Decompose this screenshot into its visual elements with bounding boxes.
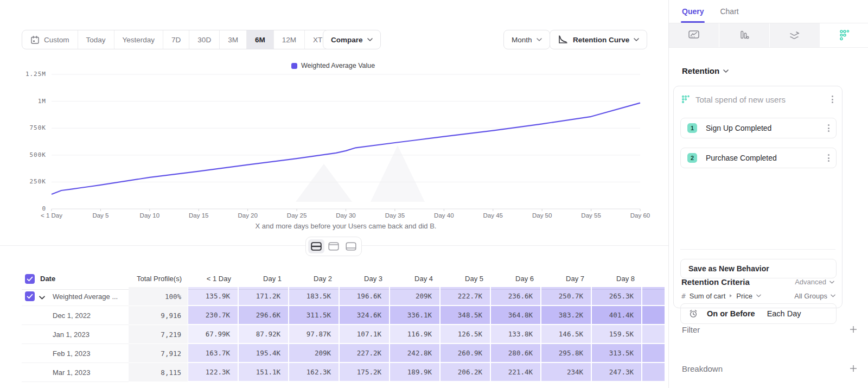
retention-value-cell: 209K (390, 287, 441, 306)
table-row-label: Mar 1, 2023 (22, 363, 129, 382)
retention-value-cell-partial (642, 306, 665, 325)
x-tick-label: Day 15 (189, 212, 208, 219)
layout-chart-view-button[interactable] (326, 239, 342, 253)
retention-value-cell: 171.2K (239, 287, 289, 306)
retention-value-cell-partial (642, 363, 665, 382)
tab-chart[interactable]: Chart (720, 0, 738, 23)
measure-dropdown[interactable]: Sum of cart (690, 292, 725, 300)
chevron-down-icon (723, 69, 729, 73)
query-sidebar: Query Chart Retention Total spen (668, 0, 868, 388)
chevron-down-icon (831, 294, 835, 297)
step-label: Sign Up Completed (706, 124, 826, 132)
report-type-tabs (669, 23, 868, 48)
table-header--1-day: < 1 Day (188, 268, 239, 290)
retention-value-cell: 236.6K (491, 287, 541, 306)
layout-table-view-button[interactable] (343, 239, 359, 253)
breakdown-section: Breakdown (682, 362, 857, 375)
behavior-header[interactable]: Total spend of new users (681, 93, 835, 106)
retention-value-cell: 250.7K (541, 287, 592, 306)
x-tick-label: Day 60 (630, 212, 650, 219)
total-profiles-cell: 9,916 (129, 306, 188, 325)
retention-value-cell: 324.6K (340, 306, 390, 325)
row-checkbox[interactable] (25, 291, 35, 301)
table-header-total-profile-s-: Total Profile(s) (129, 268, 188, 290)
select-all-checkbox[interactable] (25, 274, 35, 284)
retention-value-cell-partial (642, 325, 665, 344)
y-tick-label: 250K (14, 178, 46, 185)
save-as-new-behavior-button[interactable]: Save as New Behavior (680, 259, 837, 278)
table-row-label: Jan 1, 2023 (22, 325, 129, 344)
criteria-when-row[interactable]: On or Before Each Day (680, 303, 837, 324)
retention-value-cell: 401.4K (592, 306, 642, 325)
table-header-day-6: Day 6 (491, 268, 541, 290)
retention-value-cell: 107.1K (340, 325, 390, 344)
retention-value-cell: 183.5K (289, 287, 340, 306)
retention-value-cell: 230.7K (188, 306, 239, 325)
retention-value-cell: 67.99K (188, 325, 239, 344)
table-header-day-8: Day 8 (592, 268, 642, 290)
x-tick-label: Day 45 (483, 212, 503, 219)
retention-value-cell: 209K (289, 344, 340, 363)
retention-value-cell: 260.9K (441, 344, 491, 363)
table-row-label: Dec 1, 2022 (22, 306, 129, 325)
step-number-badge: 2 (687, 153, 697, 163)
report-section-title[interactable]: Retention (682, 66, 729, 75)
retention-value-cell: 348.5K (441, 306, 491, 325)
total-profiles-cell: 7,219 (129, 325, 188, 344)
retention-icon[interactable] (820, 23, 868, 47)
step-purchase-completed[interactable]: 2 Purchase Completed (680, 148, 837, 168)
retention-value-cell-partial (642, 344, 665, 363)
retention-value-cell: 364.8K (491, 306, 541, 325)
step-menu-button[interactable] (826, 122, 832, 134)
criteria-mode-dropdown[interactable]: Advanced (795, 278, 834, 286)
retention-value-cell: 163.7K (188, 344, 239, 363)
breadcrumb-arrow-icon (729, 294, 732, 298)
add-breakdown-button[interactable] (850, 365, 857, 372)
retention-value-cell: 159.5K (592, 325, 642, 344)
retention-table: DateTotal Profile(s)< 1 DayDay 1Day 2Day… (22, 268, 665, 382)
total-profiles-cell: 7,912 (129, 344, 188, 363)
measure-property-dropdown[interactable]: Price (736, 292, 752, 300)
retention-value-cell: 221.4K (491, 363, 541, 382)
table-header-day-4: Day 4 (390, 268, 441, 290)
retention-value-cell: 175.2K (340, 363, 390, 382)
check-icon (27, 294, 33, 299)
retention-value-cell: 227.2K (340, 344, 390, 363)
retention-value-cell: 146.5K (541, 325, 592, 344)
groups-dropdown[interactable]: All Groups (794, 292, 835, 300)
expand-row-chevron-icon[interactable] (39, 293, 45, 301)
retention-value-cell: 133.8K (491, 325, 541, 344)
flows-icon[interactable] (770, 23, 820, 47)
retention-criteria-label: Retention Criteria (681, 277, 795, 287)
retention-value-cell: 383.2K (541, 306, 592, 325)
step-menu-button[interactable] (826, 152, 832, 164)
step-sign-up-completed[interactable]: 1 Sign Up Completed (680, 118, 837, 138)
behavior-card: Total spend of new users 1 Sign Up Compl… (673, 86, 843, 308)
layout-split-view-button[interactable] (308, 239, 324, 253)
breakdown-label: Breakdown (682, 364, 850, 373)
y-tick-label: 1.25M (14, 71, 46, 78)
table-header-day-7: Day 7 (541, 268, 592, 290)
retention-value-cell: 234K (541, 363, 592, 382)
x-tick-label: Day 20 (238, 212, 257, 219)
alarm-clock-icon (688, 309, 698, 319)
retention-value-cell: 151.1K (239, 363, 289, 382)
behavior-menu-button[interactable] (829, 93, 835, 105)
funnels-icon[interactable] (719, 23, 770, 47)
retention-value-cell: 97.87K (289, 325, 340, 344)
insights-icon[interactable] (669, 23, 719, 47)
retention-value-cell: 87.92K (239, 325, 289, 344)
x-tick-label: < 1 Day (41, 212, 62, 219)
retention-value-cell: 122.3K (188, 363, 239, 382)
x-tick-label: Day 10 (140, 212, 159, 219)
y-tick-label: 0 (14, 205, 46, 212)
chevron-down-icon (829, 281, 834, 284)
add-filter-button[interactable] (850, 326, 857, 333)
x-axis-caption: X and more days before your Users came b… (52, 222, 640, 230)
y-tick-label: 750K (14, 124, 46, 131)
retention-report-app: CustomTodayYesterday7D30D3M6M12MXTD Comp… (0, 0, 868, 388)
table-row-label: Weighted Average ... (22, 287, 129, 306)
retention-value-cell: 280.6K (491, 344, 541, 363)
tab-query[interactable]: Query (682, 0, 704, 23)
table-header-date: Date (22, 268, 129, 290)
